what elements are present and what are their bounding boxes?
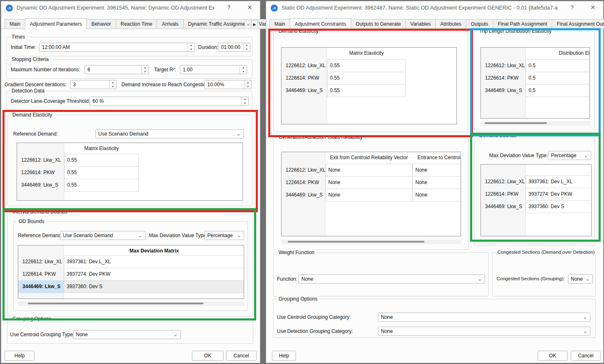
scrollbar-thumb[interactable]	[28, 303, 204, 304]
row-header[interactable]: 3446469: Lkw_S	[481, 84, 526, 97]
horizontal-scrollbar[interactable]	[281, 240, 461, 244]
spin-up-icon[interactable]: ▴	[242, 97, 248, 101]
spin-up-icon[interactable]: ▴	[245, 80, 251, 85]
cell[interactable]: None	[325, 176, 412, 189]
spin-up-icon[interactable]: ▴	[142, 66, 148, 70]
row-header[interactable]: 1226614: PKW	[481, 188, 526, 201]
tab-final-path-assignment[interactable]: Final Path Assignment	[493, 19, 552, 29]
row-header[interactable]: 1226612: Lkw_XL	[17, 154, 64, 167]
cell[interactable]: 0.55	[64, 166, 139, 179]
cell[interactable]: 3937274: Dev PKW	[526, 188, 592, 201]
scrollbar-thumb[interactable]	[485, 122, 547, 124]
row-header[interactable]: 1226614: PKW	[281, 72, 327, 85]
row-header[interactable]: 1226614: PKW	[18, 268, 64, 281]
centroid-grouping-type-select[interactable]: None ⌄	[73, 330, 181, 339]
spin-up-icon[interactable]: ▴	[188, 43, 194, 47]
row-header[interactable]: 1226612: Lkw_XL	[481, 59, 526, 72]
cell[interactable]: 3937361: Dev L_XL	[526, 175, 592, 188]
spinner-buttons[interactable]: ▴ ▾	[243, 43, 250, 51]
tab-behavior[interactable]: Behavior	[86, 19, 116, 29]
od-reference-demand-select[interactable]: Use Scenario Demand ⌄	[60, 231, 146, 240]
cancel-button[interactable]: Cancel	[226, 351, 257, 361]
cell[interactable]: 3937274: Dev PKW	[64, 268, 244, 281]
row-header[interactable]: 1226612: Lkw_XL	[281, 164, 325, 177]
spinner-buttons[interactable]: ▴ ▾	[241, 97, 248, 105]
congested-sections-grouping-select[interactable]: None ⌄	[568, 274, 593, 284]
row-header-selected[interactable]: 3446469: Lkw_S	[18, 280, 64, 293]
ok-button[interactable]: OK	[192, 351, 223, 361]
cell[interactable]: None	[325, 189, 412, 201]
tab-main[interactable]: Main	[5, 19, 25, 29]
cell[interactable]: 0.5	[526, 84, 590, 97]
row-header[interactable]: 1226614: PKW	[481, 72, 526, 85]
row-header[interactable]: 1226612: Lkw_XL	[281, 59, 327, 72]
tab-scroll-left-icon[interactable]: ◀	[245, 20, 251, 29]
tab-outputs[interactable]: Outputs	[466, 19, 493, 29]
cell[interactable]: 0.55	[64, 179, 139, 192]
cell-selected[interactable]: 3937360: Dev S	[64, 280, 244, 293]
help-button[interactable]: Help	[5, 351, 34, 361]
row-header[interactable]: 1226612: Lkw_XL	[481, 175, 526, 188]
tab-outputs-to-generate[interactable]: Outputs to Generate	[351, 19, 406, 29]
close-icon[interactable]: ✕	[589, 4, 597, 11]
tab-adjustment-constraints[interactable]: Adjustment Constraints	[290, 18, 351, 29]
cell[interactable]: 3937360: Dev S	[526, 200, 592, 213]
row-header[interactable]: 3446469: Lkw_S	[281, 189, 325, 201]
tab-adjustment-parameters[interactable]: Adjustment Parameters	[25, 18, 87, 29]
cell[interactable]: 0.55	[327, 72, 406, 85]
tab-variables[interactable]: Variables	[405, 19, 436, 29]
cell[interactable]: 0.55	[327, 84, 406, 97]
row-header[interactable]: 3446469: Lkw_S	[17, 179, 64, 192]
reference-demand-select[interactable]: Use Scenario Demand ⌄	[95, 129, 244, 138]
tab-arrivals[interactable]: Arrivals	[157, 19, 183, 29]
tab-reaction-time[interactable]: Reaction Time	[116, 19, 158, 29]
horizontal-scrollbar[interactable]	[18, 301, 244, 306]
cell[interactable]: 0.5	[526, 59, 590, 72]
lane-coverage-threshold-spinbox[interactable]: 60 % ▴ ▾	[90, 97, 249, 106]
cell[interactable]: None	[412, 164, 461, 177]
tab-final-assignment-outputs[interactable]: Final Assignment Outputs	[552, 19, 604, 29]
cell[interactable]: None	[325, 164, 412, 177]
spinner-buttons[interactable]: ▴ ▾	[141, 66, 148, 74]
spin-down-icon[interactable]: ▾	[142, 70, 148, 74]
spin-down-icon[interactable]: ▾	[188, 47, 194, 51]
spin-up-icon[interactable]: ▴	[243, 43, 250, 47]
row-header[interactable]: 1226612: Lkw_XL	[18, 255, 64, 268]
ok-button[interactable]: OK	[538, 351, 568, 361]
gradient-iterations-spinbox[interactable]: 3 ▴ ▾	[70, 80, 116, 89]
demand-increase-spinbox[interactable]: 10.00% ▴ ▾	[204, 80, 252, 89]
max-deviation-type-select[interactable]: Percentage ⌄	[548, 151, 591, 160]
spinner-buttons[interactable]: ▴ ▾	[244, 80, 251, 89]
tab-scroll-right-icon[interactable]: ▶	[251, 20, 258, 29]
help-icon[interactable]: ?	[568, 4, 576, 11]
target-r2-spinbox[interactable]: 1.00 ▴ ▾	[180, 65, 247, 74]
detection-grouping-category-select[interactable]: None ⌄	[378, 327, 590, 336]
cell[interactable]: 3937361: Dev L_XL	[64, 255, 244, 268]
spinner-buttons[interactable]: ▴ ▾	[109, 80, 116, 89]
spin-down-icon[interactable]: ▾	[109, 85, 116, 89]
duration-spinbox[interactable]: 01:00:00 ▴ ▾	[218, 43, 250, 52]
help-icon[interactable]: ?	[225, 4, 233, 11]
spin-down-icon[interactable]: ▾	[242, 101, 248, 105]
tab-dynamic-traffic-assignment[interactable]: Dynamic Traffic Assignment	[183, 19, 255, 29]
function-select[interactable]: None ⌄	[298, 274, 485, 284]
tab-attributes[interactable]: Attributes	[435, 19, 466, 29]
row-header[interactable]: 1226614: PKW	[281, 176, 325, 189]
spin-up-icon[interactable]: ▴	[109, 80, 116, 85]
spinner-buttons[interactable]: ▴ ▾	[187, 43, 194, 51]
initial-time-spinbox[interactable]: 12:00:00 AM ▴ ▾	[39, 43, 195, 52]
cell[interactable]: 0.55	[327, 59, 406, 72]
max-iterations-spinbox[interactable]: 6 ▴ ▾	[85, 65, 149, 74]
spin-down-icon[interactable]: ▾	[243, 47, 250, 51]
cell[interactable]: None	[412, 176, 461, 189]
horizontal-scrollbar[interactable]	[480, 121, 590, 126]
cancel-button[interactable]: Cancel	[571, 351, 601, 361]
spin-up-icon[interactable]: ▴	[240, 66, 247, 70]
cell[interactable]: 0.55	[64, 154, 139, 167]
centroid-grouping-category-select[interactable]: None ⌄	[378, 313, 590, 322]
spin-down-icon[interactable]: ▾	[240, 70, 247, 74]
horizontal-scrollbar[interactable]	[480, 240, 592, 244]
row-header[interactable]: 3446469: Lkw_S	[281, 84, 327, 97]
tab-main[interactable]: Main	[269, 19, 290, 29]
close-icon[interactable]: ✕	[246, 4, 253, 11]
